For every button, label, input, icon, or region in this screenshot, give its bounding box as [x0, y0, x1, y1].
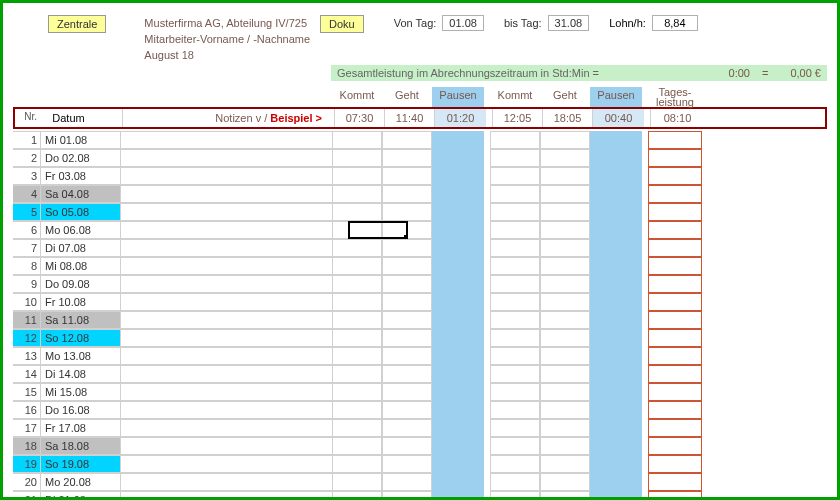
cell-geht-2[interactable]	[540, 419, 590, 437]
cell-geht-1[interactable]	[382, 149, 432, 167]
cell-pausen-2[interactable]	[590, 365, 642, 383]
cell-geht-1[interactable]	[382, 329, 432, 347]
cell-tagesleistung[interactable]	[648, 419, 702, 437]
cell-tagesleistung[interactable]	[648, 401, 702, 419]
table-row[interactable]: 8Mi 08.08	[13, 257, 827, 275]
cell-tagesleistung[interactable]	[648, 455, 702, 473]
cell-pausen-2[interactable]	[590, 239, 642, 257]
cell-kommt-2[interactable]	[490, 437, 540, 455]
cell-pausen-1[interactable]	[432, 167, 484, 185]
cell-kommt-1[interactable]	[332, 455, 382, 473]
table-row[interactable]: 11Sa 11.08	[13, 311, 827, 329]
cell-pausen-1[interactable]	[432, 185, 484, 203]
table-row[interactable]: 18Sa 18.08	[13, 437, 827, 455]
cell-geht-1[interactable]	[382, 239, 432, 257]
cell-pausen-2[interactable]	[590, 419, 642, 437]
row-notes[interactable]	[121, 149, 332, 167]
cell-pausen-1[interactable]	[432, 347, 484, 365]
cell-pausen-2[interactable]	[590, 455, 642, 473]
row-notes[interactable]	[121, 401, 332, 419]
cell-tagesleistung[interactable]	[648, 365, 702, 383]
cell-tagesleistung[interactable]	[648, 311, 702, 329]
cell-pausen-2[interactable]	[590, 311, 642, 329]
cell-kommt-2[interactable]	[490, 221, 540, 239]
cell-geht-1[interactable]	[382, 383, 432, 401]
table-row[interactable]: 7Di 07.08	[13, 239, 827, 257]
cell-kommt-1[interactable]	[332, 329, 382, 347]
cell-pausen-2[interactable]	[590, 293, 642, 311]
table-row[interactable]: 17Fr 17.08	[13, 419, 827, 437]
lohn-input[interactable]: 8,84	[652, 15, 698, 31]
cell-geht-1[interactable]	[382, 437, 432, 455]
row-notes[interactable]	[121, 455, 332, 473]
cell-kommt-2[interactable]	[490, 293, 540, 311]
cell-pausen-1[interactable]	[432, 419, 484, 437]
cell-tagesleistung[interactable]	[648, 437, 702, 455]
cell-tagesleistung[interactable]	[648, 329, 702, 347]
cell-geht-2[interactable]	[540, 347, 590, 365]
table-row[interactable]: 6Mo 06.08	[13, 221, 827, 239]
cell-geht-2[interactable]	[540, 185, 590, 203]
cell-geht-1[interactable]	[382, 221, 432, 239]
zentrale-button[interactable]: Zentrale	[48, 15, 106, 33]
cell-pausen-1[interactable]	[432, 275, 484, 293]
table-row[interactable]: 20Mo 20.08	[13, 473, 827, 491]
table-row[interactable]: 5So 05.08	[13, 203, 827, 221]
cell-tagesleistung[interactable]	[648, 149, 702, 167]
cell-geht-1[interactable]	[382, 401, 432, 419]
table-row[interactable]: 14Di 14.08	[13, 365, 827, 383]
cell-kommt-2[interactable]	[490, 491, 540, 500]
cell-kommt-1[interactable]	[332, 257, 382, 275]
cell-pausen-1[interactable]	[432, 455, 484, 473]
table-row[interactable]: 15Mi 15.08	[13, 383, 827, 401]
row-notes[interactable]	[121, 239, 332, 257]
cell-tagesleistung[interactable]	[648, 275, 702, 293]
cell-geht-2[interactable]	[540, 167, 590, 185]
table-row[interactable]: 3Fr 03.08	[13, 167, 827, 185]
cell-kommt-1[interactable]	[332, 293, 382, 311]
cell-kommt-2[interactable]	[490, 401, 540, 419]
row-notes[interactable]	[121, 329, 332, 347]
cell-kommt-2[interactable]	[490, 473, 540, 491]
table-row[interactable]: 21Di 21.08	[13, 491, 827, 500]
cell-pausen-2[interactable]	[590, 383, 642, 401]
table-row[interactable]: 12So 12.08	[13, 329, 827, 347]
table-row[interactable]: 16Do 16.08	[13, 401, 827, 419]
cell-pausen-2[interactable]	[590, 221, 642, 239]
cell-geht-2[interactable]	[540, 221, 590, 239]
row-notes[interactable]	[121, 257, 332, 275]
cell-geht-1[interactable]	[382, 293, 432, 311]
cell-kommt-2[interactable]	[490, 383, 540, 401]
cell-pausen-2[interactable]	[590, 131, 642, 149]
cell-kommt-2[interactable]	[490, 257, 540, 275]
cell-geht-2[interactable]	[540, 455, 590, 473]
cell-tagesleistung[interactable]	[648, 257, 702, 275]
cell-kommt-1[interactable]	[332, 221, 382, 239]
cell-geht-1[interactable]	[382, 131, 432, 149]
cell-kommt-1[interactable]	[332, 365, 382, 383]
cell-kommt-2[interactable]	[490, 149, 540, 167]
data-grid[interactable]: Nr. 1Mi 01.082Do 02.083Fr 03.084Sa 04.08…	[13, 131, 827, 500]
cell-kommt-2[interactable]	[490, 455, 540, 473]
row-notes[interactable]	[121, 311, 332, 329]
bis-tag-input[interactable]: 31.08	[548, 15, 590, 31]
cell-tagesleistung[interactable]	[648, 347, 702, 365]
cell-geht-1[interactable]	[382, 167, 432, 185]
cell-pausen-2[interactable]	[590, 203, 642, 221]
cell-pausen-1[interactable]	[432, 437, 484, 455]
cell-pausen-1[interactable]	[432, 293, 484, 311]
table-row[interactable]: 4Sa 04.08	[13, 185, 827, 203]
cell-pausen-1[interactable]	[432, 221, 484, 239]
cell-geht-2[interactable]	[540, 203, 590, 221]
row-notes[interactable]	[121, 131, 332, 149]
cell-kommt-1[interactable]	[332, 347, 382, 365]
cell-geht-2[interactable]	[540, 473, 590, 491]
cell-geht-1[interactable]	[382, 311, 432, 329]
cell-kommt-1[interactable]	[332, 419, 382, 437]
cell-kommt-2[interactable]	[490, 347, 540, 365]
cell-geht-2[interactable]	[540, 149, 590, 167]
table-row[interactable]: 2Do 02.08	[13, 149, 827, 167]
cell-kommt-2[interactable]	[490, 365, 540, 383]
von-tag-input[interactable]: 01.08	[442, 15, 484, 31]
cell-tagesleistung[interactable]	[648, 203, 702, 221]
